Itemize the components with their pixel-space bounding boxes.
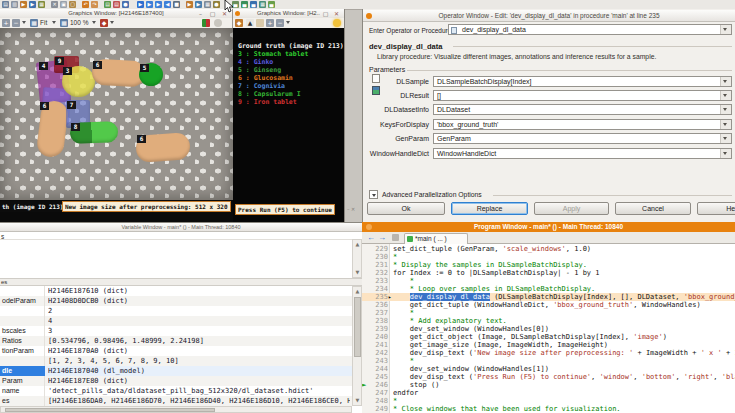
step-out-icon[interactable]: ◀ (164, 1, 171, 8)
code-line-249[interactable]: 249* Close windows that have been used f… (362, 405, 735, 413)
scroll-up-icon[interactable]: ▲ (353, 240, 362, 249)
line-number[interactable]: 237 (367, 309, 388, 317)
code-line-237[interactable]: 237 * (362, 309, 735, 317)
variable-name[interactable] (0, 286, 45, 296)
param-dropdown-icon[interactable] (720, 149, 731, 158)
gw1-maximize-icon[interactable]: ▢ (207, 9, 218, 18)
zoom-window-icon[interactable]: ▦ (259, 1, 266, 8)
code-text[interactable]: get_dict_object (Image, DLSampleBatchDis… (393, 333, 735, 341)
ok-button[interactable]: Ok (367, 202, 445, 215)
advanced-expander-icon[interactable] (369, 190, 378, 199)
variable-row[interactable]: H2146E187610 (dict) (0, 286, 352, 296)
variable-row[interactable]: 4 (0, 316, 352, 326)
param-dropdown-icon[interactable] (720, 120, 731, 129)
code-line-245[interactable]: 245 dev_disp_text ('Press Run (F5) to co… (362, 373, 735, 381)
param-combobox-DLSample[interactable]: DLSampleBatchDisplay[Index] (433, 76, 732, 87)
code-editor[interactable]: 229set_dict_tuple (GenParam, 'scale_wind… (362, 244, 735, 413)
clock-icon[interactable]: ● (213, 1, 220, 8)
variable-name[interactable]: odelParam (0, 296, 45, 306)
zoom-factor-value[interactable]: 100 % (70, 18, 88, 28)
draw-pen-icon[interactable]: ◆ (235, 19, 243, 27)
line-number[interactable]: 235 (367, 293, 388, 301)
gw2-maximize-icon[interactable]: ▢ (320, 9, 331, 18)
variable-name[interactable]: Param (0, 376, 45, 386)
zoom-dropdown-icon[interactable] (22, 21, 26, 26)
zoom-out-icon[interactable]: − (12, 19, 20, 27)
zoom-factor-icon[interactable]: ▦ (60, 19, 68, 27)
code-text[interactable]: * Add explanatory text. (393, 317, 735, 325)
operator-search-combobox[interactable]: dev_display_dl_data (448, 24, 732, 35)
variable-name[interactable]: es (0, 396, 45, 406)
program-window-titlebar[interactable]: Program Window - main* () - Main Thread:… (362, 222, 735, 232)
check-syntax-icon[interactable]: ▤ (104, 1, 111, 8)
adjust-dropdown-icon[interactable] (110, 21, 114, 26)
zoom-in-icon[interactable]: + (2, 19, 10, 27)
code-text[interactable]: * Display the samples in DLSampleBatchDi… (393, 261, 735, 269)
code-text[interactable]: * Close windows that have been used for … (393, 405, 735, 413)
lightbulb-icon[interactable] (214, 19, 222, 27)
line-number[interactable]: 244 (367, 365, 388, 373)
code-line-246[interactable]: ►246 stop () (362, 381, 735, 389)
param-combobox-DLDatasetInfo[interactable]: DLDataset (433, 104, 732, 115)
line-number[interactable]: 238 (367, 317, 388, 325)
code-text[interactable]: stop () (393, 381, 735, 389)
replace-button[interactable]: Replace (451, 202, 528, 215)
gw2-close-icon[interactable]: ✕ (331, 9, 342, 18)
variable-row[interactable]: Ratios[0.534796, 0.98496, 1.48999, 2.241… (0, 336, 352, 346)
fit-dropdown-icon[interactable] (52, 21, 56, 26)
variable-row[interactable]: name'detect_pills_data/dldataset_pill_ba… (0, 386, 352, 396)
code-text[interactable]: dev_disp_text ('Press Run (F5) to contin… (393, 373, 735, 381)
code-text[interactable]: for Index := 0 to |DLSampleBatchDisplay|… (393, 269, 735, 277)
run-until-icon[interactable]: ▶ (186, 1, 193, 8)
stop-icon[interactable]: ■ (173, 1, 180, 8)
window-icon[interactable]: ▦ (204, 1, 211, 8)
step-over-icon[interactable]: ▶ (146, 1, 153, 8)
line-number[interactable]: 236 (367, 301, 388, 309)
copy-icon[interactable]: ▣ (60, 1, 67, 8)
cancel-button[interactable]: Cancel (615, 202, 691, 215)
param-combobox-WindowHandleDict[interactable]: WindowHandleDict (433, 148, 732, 159)
variable-value[interactable]: H21408D0DCB0 (dict) (48, 296, 350, 306)
undo-icon[interactable]: ↶ (82, 1, 89, 8)
param-dropdown-icon[interactable] (720, 91, 731, 100)
gw1-canvas[interactable]: 493656786 th (image ID 213) New image si… (0, 28, 233, 222)
variable-name[interactable]: bscales (0, 326, 45, 336)
operator-search-dropdown-icon[interactable] (720, 25, 731, 34)
code-line-247[interactable]: 247endfor (362, 389, 735, 397)
variable-row[interactable]: 2 (0, 306, 352, 316)
line-number[interactable]: 241 (367, 341, 388, 349)
op-titlebar[interactable]: Operator Window - Edit: 'dev_display_dl_… (363, 10, 735, 22)
variable-row[interactable]: tionParamH2146E1870A0 (dict) (0, 346, 352, 356)
iconic-scrollbar[interactable]: ▲ ▼ (352, 239, 362, 278)
run-icon[interactable]: ▶ (137, 1, 144, 8)
variable-row[interactable]: odelParamH21408D0DCB0 (dict) (0, 296, 352, 306)
code-line-243[interactable]: 243 * (362, 357, 735, 365)
feature-histogram-icon[interactable]: ▄ (241, 1, 248, 8)
code-line-240[interactable]: 240 get_dict_object (Image, DLSampleBatc… (362, 333, 735, 341)
code-line-244[interactable]: 244 dev_set_window (WindowHandles[1]) (362, 365, 735, 373)
save-icon[interactable]: ▤ (2, 1, 9, 8)
variable-value[interactable]: H2146E187610 (dict) (48, 286, 350, 296)
param-combobox-DLResult[interactable]: [] (433, 90, 732, 101)
variable-name[interactable]: Ratios (0, 336, 45, 346)
procedures-icon[interactable]: ● (122, 1, 129, 8)
gw2-zoom-dropdown-icon[interactable] (286, 21, 290, 26)
scrollbar-thumb[interactable] (5, 408, 215, 412)
code-text[interactable]: dev_display_dl_data (DLSampleBatchDispla… (393, 293, 735, 301)
param-combobox-GenParam[interactable]: GenParam (433, 133, 732, 144)
line-number[interactable]: 245 (367, 373, 388, 381)
variable-name[interactable]: tionParam (0, 346, 45, 356)
print-icon[interactable]: ▥ (11, 1, 18, 8)
gw2-lightbulb-icon[interactable] (333, 19, 341, 27)
param-dropdown-icon[interactable] (720, 77, 731, 86)
oscilloscope-icon[interactable]: ▄ (268, 1, 275, 8)
param-combobox-KeysForDisplay[interactable]: 'bbox_ground_truth' (433, 119, 732, 130)
activate-icon[interactable]: ▶ (195, 1, 202, 8)
variable-value[interactable]: [1, 2, 3, 4, 5, 6, 7, 8, 9, 10] (48, 356, 350, 366)
adjust-tool-icon[interactable]: ◆ (100, 19, 108, 27)
line-number[interactable]: 233 (367, 277, 388, 285)
variable-name[interactable] (0, 316, 45, 326)
variable-value[interactable]: [0.534796, 0.98496, 1.48999, 2.24198] (48, 336, 350, 346)
variable-value[interactable]: 2 (48, 306, 350, 316)
line-number[interactable]: 243 (367, 357, 388, 365)
